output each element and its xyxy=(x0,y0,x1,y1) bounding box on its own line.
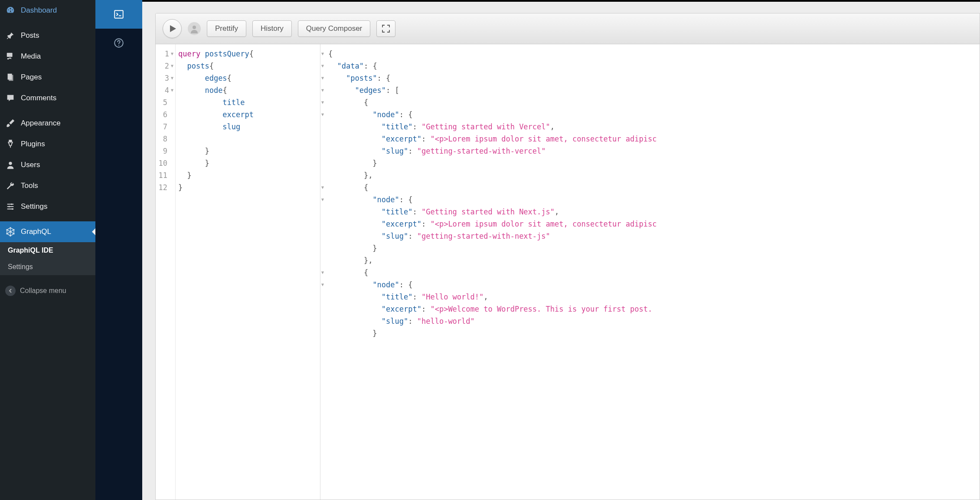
svg-rect-0 xyxy=(7,53,13,57)
wp-menu-pages[interactable]: Pages xyxy=(0,67,95,88)
ide-tab-explorer[interactable] xyxy=(95,0,142,29)
wp-menu-comments[interactable]: Comments xyxy=(0,88,95,109)
sliders-icon xyxy=(5,201,16,212)
menu-label: Posts xyxy=(21,31,39,40)
menu-label: Media xyxy=(21,52,41,61)
wp-menu-users[interactable]: Users xyxy=(0,155,95,175)
pages-icon xyxy=(5,72,16,82)
terminal-icon xyxy=(113,9,124,20)
collapse-label: Collapse menu xyxy=(20,287,66,295)
graphql-submenu: GraphiQL IDESettings xyxy=(0,242,95,275)
ide-sidebar xyxy=(95,0,142,500)
svg-point-13 xyxy=(13,233,14,234)
media-icon xyxy=(5,51,16,62)
menu-label: Appearance xyxy=(21,119,61,128)
svg-rect-3 xyxy=(9,75,13,81)
collapse-icon xyxy=(5,286,16,296)
result-viewer: ▼▼▼▼▼▼▼▼▼▼ { "data": { "posts": { "edges… xyxy=(320,44,980,500)
ide-tab-help[interactable] xyxy=(95,29,142,57)
query-editor[interactable]: 1▼2▼3▼4▼56789101112 query postsQuery{ po… xyxy=(156,44,320,500)
pin-icon xyxy=(5,30,16,41)
menu-label: Users xyxy=(21,161,40,169)
svg-point-8 xyxy=(10,227,11,228)
main-content: Prettify History Query Composer 1▼2▼3▼4▼… xyxy=(142,0,980,500)
wp-menu-dashboard[interactable]: Dashboard xyxy=(0,0,95,21)
svg-point-9 xyxy=(10,235,11,237)
wp-menu-posts[interactable]: Posts xyxy=(0,25,95,46)
graphiql-toolbar: Prettify History Query Composer xyxy=(156,13,980,44)
menu-label: Tools xyxy=(21,181,38,190)
plug-icon xyxy=(5,139,16,149)
wrench-icon xyxy=(5,181,16,191)
submenu-graphiql-ide[interactable]: GraphiQL IDE xyxy=(0,242,95,259)
avatar-icon xyxy=(189,24,199,33)
wp-menu-settings[interactable]: Settings xyxy=(0,196,95,217)
menu-label: Dashboard xyxy=(21,6,57,15)
brush-icon xyxy=(5,118,16,128)
menu-label: Pages xyxy=(21,73,42,82)
query-code[interactable]: query postsQuery{ posts{ edges{ node{ ti… xyxy=(176,44,320,500)
fullscreen-button[interactable] xyxy=(376,20,395,37)
svg-point-6 xyxy=(8,206,10,207)
help-icon xyxy=(113,37,124,49)
svg-point-11 xyxy=(13,229,14,230)
svg-point-12 xyxy=(6,233,7,234)
svg-rect-14 xyxy=(114,10,123,18)
dashboard-icon xyxy=(5,5,16,16)
submenu-settings[interactable]: Settings xyxy=(0,259,95,275)
menu-label: GraphQL xyxy=(21,227,51,236)
menu-label: Plugins xyxy=(21,140,45,148)
fullscreen-icon xyxy=(382,25,390,33)
svg-point-17 xyxy=(193,26,196,29)
svg-point-5 xyxy=(11,204,13,205)
svg-point-4 xyxy=(9,162,12,165)
graphql-icon xyxy=(5,227,16,237)
wp-menu-media[interactable]: Media xyxy=(0,46,95,67)
menu-label: Comments xyxy=(21,94,56,102)
result-code: { "data": { "posts": { "edges": [ { "nod… xyxy=(326,44,980,500)
svg-point-10 xyxy=(6,229,7,230)
wp-menu-graphql[interactable]: GraphQL xyxy=(0,221,95,242)
result-gutter: ▼▼▼▼▼▼▼▼▼▼ xyxy=(320,44,326,500)
menu-label: Settings xyxy=(21,202,47,211)
query-gutter: 1▼2▼3▼4▼56789101112 xyxy=(156,44,176,500)
wp-admin-sidebar: DashboardPostsMediaPagesCommentsAppearan… xyxy=(0,0,95,500)
wp-menu-plugins[interactable]: Plugins xyxy=(0,134,95,155)
comments-icon xyxy=(5,93,16,103)
wp-menu-appearance[interactable]: Appearance xyxy=(0,113,95,134)
history-button[interactable]: History xyxy=(252,20,292,37)
svg-point-16 xyxy=(118,45,119,46)
wp-menu-tools[interactable]: Tools xyxy=(0,175,95,196)
collapse-menu-button[interactable]: Collapse menu xyxy=(0,280,95,302)
play-icon xyxy=(170,25,176,32)
svg-point-1 xyxy=(7,58,9,60)
user-icon xyxy=(5,160,16,170)
svg-point-7 xyxy=(12,208,13,210)
user-avatar[interactable] xyxy=(188,22,201,35)
query-composer-button[interactable]: Query Composer xyxy=(298,20,370,37)
graphiql-container: Prettify History Query Composer 1▼2▼3▼4▼… xyxy=(155,13,980,500)
execute-button[interactable] xyxy=(163,19,182,38)
prettify-button[interactable]: Prettify xyxy=(207,20,246,37)
